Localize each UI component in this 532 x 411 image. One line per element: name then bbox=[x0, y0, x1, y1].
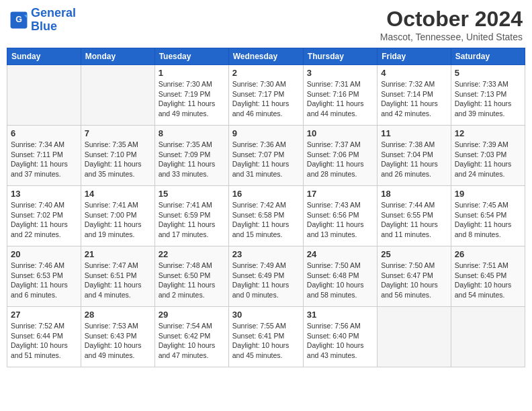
day-number: 7 bbox=[85, 128, 151, 138]
day-info: Sunrise: 7:46 AM Sunset: 6:53 PM Dayligh… bbox=[11, 261, 77, 300]
column-header-monday: Monday bbox=[81, 48, 154, 65]
week-row-3: 13Sunrise: 7:40 AM Sunset: 7:02 PM Dayli… bbox=[7, 186, 525, 246]
week-row-5: 27Sunrise: 7:52 AM Sunset: 6:44 PM Dayli… bbox=[7, 307, 525, 367]
day-number: 9 bbox=[232, 128, 300, 138]
day-cell-21: 21Sunrise: 7:47 AM Sunset: 6:51 PM Dayli… bbox=[81, 246, 154, 307]
day-number: 22 bbox=[159, 249, 225, 259]
day-info: Sunrise: 7:51 AM Sunset: 6:45 PM Dayligh… bbox=[455, 261, 521, 300]
calendar-body: 1Sunrise: 7:30 AM Sunset: 7:19 PM Daylig… bbox=[7, 65, 525, 367]
day-info: Sunrise: 7:42 AM Sunset: 6:58 PM Dayligh… bbox=[232, 200, 300, 240]
week-row-1: 1Sunrise: 7:30 AM Sunset: 7:19 PM Daylig… bbox=[7, 65, 525, 126]
logo-icon: G bbox=[9, 11, 28, 30]
day-number: 31 bbox=[307, 310, 373, 320]
day-cell-28: 28Sunrise: 7:53 AM Sunset: 6:43 PM Dayli… bbox=[81, 307, 154, 367]
day-number: 25 bbox=[381, 249, 447, 259]
day-number: 4 bbox=[381, 68, 447, 78]
day-cell-25: 25Sunrise: 7:50 AM Sunset: 6:47 PM Dayli… bbox=[378, 246, 451, 307]
day-number: 17 bbox=[307, 189, 373, 199]
day-number: 3 bbox=[307, 68, 373, 78]
day-number: 18 bbox=[381, 189, 447, 199]
day-number: 1 bbox=[159, 68, 225, 78]
day-cell-27: 27Sunrise: 7:52 AM Sunset: 6:44 PM Dayli… bbox=[7, 307, 81, 367]
day-cell-23: 23Sunrise: 7:49 AM Sunset: 6:49 PM Dayli… bbox=[228, 246, 303, 307]
day-info: Sunrise: 7:50 AM Sunset: 6:47 PM Dayligh… bbox=[381, 261, 447, 300]
day-cell-17: 17Sunrise: 7:43 AM Sunset: 6:56 PM Dayli… bbox=[303, 186, 377, 246]
logo-line2: Blue bbox=[31, 19, 57, 33]
day-number: 16 bbox=[232, 189, 300, 199]
day-info: Sunrise: 7:45 AM Sunset: 6:54 PM Dayligh… bbox=[455, 200, 521, 240]
day-info: Sunrise: 7:34 AM Sunset: 7:11 PM Dayligh… bbox=[11, 140, 77, 179]
calendar-table: SundayMondayTuesdayWednesdayThursdayFrid… bbox=[7, 48, 525, 367]
logo-text: General Blue bbox=[31, 7, 76, 34]
day-cell-10: 10Sunrise: 7:37 AM Sunset: 7:06 PM Dayli… bbox=[303, 126, 377, 186]
day-number: 30 bbox=[232, 310, 300, 320]
day-number: 12 bbox=[455, 128, 521, 138]
logo-line1: General bbox=[31, 6, 76, 19]
day-number: 20 bbox=[11, 249, 77, 259]
day-info: Sunrise: 7:49 AM Sunset: 6:49 PM Dayligh… bbox=[232, 261, 300, 300]
day-info: Sunrise: 7:44 AM Sunset: 6:55 PM Dayligh… bbox=[381, 200, 447, 240]
day-number: 21 bbox=[85, 249, 151, 259]
day-cell-15: 15Sunrise: 7:41 AM Sunset: 6:59 PM Dayli… bbox=[154, 186, 228, 246]
day-cell-13: 13Sunrise: 7:40 AM Sunset: 7:02 PM Dayli… bbox=[7, 186, 81, 246]
day-info: Sunrise: 7:53 AM Sunset: 6:43 PM Dayligh… bbox=[85, 321, 151, 361]
day-info: Sunrise: 7:36 AM Sunset: 7:07 PM Dayligh… bbox=[232, 140, 300, 179]
day-cell-22: 22Sunrise: 7:48 AM Sunset: 6:50 PM Dayli… bbox=[154, 246, 228, 307]
day-cell-3: 3Sunrise: 7:31 AM Sunset: 7:16 PM Daylig… bbox=[303, 65, 377, 126]
column-header-thursday: Thursday bbox=[303, 48, 377, 65]
day-number: 19 bbox=[455, 189, 521, 199]
day-cell-9: 9Sunrise: 7:36 AM Sunset: 7:07 PM Daylig… bbox=[228, 126, 303, 186]
day-number: 23 bbox=[232, 249, 300, 259]
location: Mascot, Tennessee, United States bbox=[380, 32, 523, 42]
day-cell-29: 29Sunrise: 7:54 AM Sunset: 6:42 PM Dayli… bbox=[154, 307, 228, 367]
day-info: Sunrise: 7:41 AM Sunset: 7:00 PM Dayligh… bbox=[85, 200, 151, 240]
page-header: G General Blue October 2024 Mascot, Tenn… bbox=[7, 7, 525, 42]
day-number: 8 bbox=[159, 128, 225, 138]
day-info: Sunrise: 7:33 AM Sunset: 7:13 PM Dayligh… bbox=[455, 79, 521, 119]
day-cell-20: 20Sunrise: 7:46 AM Sunset: 6:53 PM Dayli… bbox=[7, 246, 81, 307]
column-header-friday: Friday bbox=[378, 48, 451, 65]
empty-cell bbox=[378, 307, 451, 367]
day-info: Sunrise: 7:31 AM Sunset: 7:16 PM Dayligh… bbox=[307, 79, 373, 119]
day-number: 29 bbox=[159, 310, 225, 320]
day-info: Sunrise: 7:56 AM Sunset: 6:40 PM Dayligh… bbox=[307, 321, 373, 361]
day-number: 28 bbox=[85, 310, 151, 320]
day-cell-24: 24Sunrise: 7:50 AM Sunset: 6:48 PM Dayli… bbox=[303, 246, 377, 307]
day-info: Sunrise: 7:38 AM Sunset: 7:04 PM Dayligh… bbox=[381, 140, 447, 179]
column-header-saturday: Saturday bbox=[451, 48, 525, 65]
day-number: 15 bbox=[159, 189, 225, 199]
empty-cell bbox=[7, 65, 81, 126]
day-info: Sunrise: 7:50 AM Sunset: 6:48 PM Dayligh… bbox=[307, 261, 373, 300]
day-info: Sunrise: 7:30 AM Sunset: 7:17 PM Dayligh… bbox=[232, 79, 300, 119]
day-info: Sunrise: 7:55 AM Sunset: 6:41 PM Dayligh… bbox=[232, 321, 300, 361]
day-info: Sunrise: 7:35 AM Sunset: 7:10 PM Dayligh… bbox=[85, 140, 151, 179]
day-info: Sunrise: 7:54 AM Sunset: 6:42 PM Dayligh… bbox=[159, 321, 225, 361]
day-info: Sunrise: 7:39 AM Sunset: 7:03 PM Dayligh… bbox=[455, 140, 521, 179]
column-header-tuesday: Tuesday bbox=[154, 48, 228, 65]
day-number: 24 bbox=[307, 249, 373, 259]
day-info: Sunrise: 7:40 AM Sunset: 7:02 PM Dayligh… bbox=[11, 200, 77, 240]
svg-text:G: G bbox=[15, 15, 22, 24]
empty-cell bbox=[81, 65, 154, 126]
day-cell-30: 30Sunrise: 7:55 AM Sunset: 6:41 PM Dayli… bbox=[228, 307, 303, 367]
column-header-sunday: Sunday bbox=[7, 48, 81, 65]
day-number: 26 bbox=[455, 249, 521, 259]
day-number: 2 bbox=[232, 68, 300, 78]
day-headers-row: SundayMondayTuesdayWednesdayThursdayFrid… bbox=[7, 48, 525, 65]
day-info: Sunrise: 7:48 AM Sunset: 6:50 PM Dayligh… bbox=[159, 261, 225, 300]
day-cell-18: 18Sunrise: 7:44 AM Sunset: 6:55 PM Dayli… bbox=[378, 186, 451, 246]
week-row-4: 20Sunrise: 7:46 AM Sunset: 6:53 PM Dayli… bbox=[7, 246, 525, 307]
day-cell-4: 4Sunrise: 7:32 AM Sunset: 7:14 PM Daylig… bbox=[378, 65, 451, 126]
day-cell-1: 1Sunrise: 7:30 AM Sunset: 7:19 PM Daylig… bbox=[154, 65, 228, 126]
day-cell-31: 31Sunrise: 7:56 AM Sunset: 6:40 PM Dayli… bbox=[303, 307, 377, 367]
day-cell-6: 6Sunrise: 7:34 AM Sunset: 7:11 PM Daylig… bbox=[7, 126, 81, 186]
day-number: 10 bbox=[307, 128, 373, 138]
day-number: 11 bbox=[381, 128, 447, 138]
day-info: Sunrise: 7:35 AM Sunset: 7:09 PM Dayligh… bbox=[159, 140, 225, 179]
week-row-2: 6Sunrise: 7:34 AM Sunset: 7:11 PM Daylig… bbox=[7, 126, 525, 186]
day-cell-5: 5Sunrise: 7:33 AM Sunset: 7:13 PM Daylig… bbox=[451, 65, 525, 126]
day-number: 5 bbox=[455, 68, 521, 78]
day-cell-16: 16Sunrise: 7:42 AM Sunset: 6:58 PM Dayli… bbox=[228, 186, 303, 246]
day-number: 14 bbox=[85, 189, 151, 199]
day-number: 13 bbox=[11, 189, 77, 199]
